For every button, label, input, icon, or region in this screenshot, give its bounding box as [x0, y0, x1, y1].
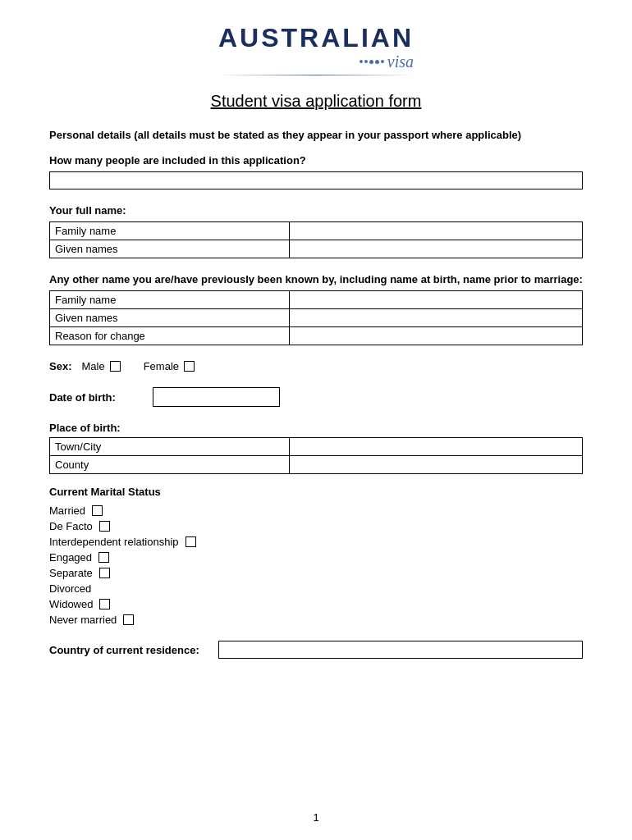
country-row: Country of current residence: [49, 641, 583, 659]
de-facto-label: De Facto [49, 520, 93, 532]
other-given-names-input-cell[interactable] [290, 309, 583, 327]
country-input[interactable] [218, 641, 583, 659]
reason-change-input-cell[interactable] [290, 327, 583, 345]
marital-divorced: Divorced [49, 582, 583, 595]
given-names-input[interactable] [295, 243, 577, 255]
country-label: Country of current residence: [49, 644, 205, 656]
marital-interdependent: Interdependent relationship [49, 536, 583, 548]
marital-status-label: Current Marital Status [49, 486, 583, 498]
logo-container: AUSTRALIAN visa [49, 25, 583, 75]
page-number: 1 [0, 811, 632, 824]
marital-married: Married [49, 504, 583, 517]
logo-visa-text: visa [387, 52, 414, 71]
other-family-name-input[interactable] [295, 294, 577, 306]
marital-de-facto: De Facto [49, 520, 583, 532]
sex-label: Sex: [49, 360, 71, 372]
other-name-label: Any other name you are/have previously b… [49, 273, 583, 285]
other-family-name-input-cell[interactable] [290, 291, 583, 309]
married-label: Married [49, 504, 85, 517]
town-city-input[interactable] [295, 441, 577, 453]
marital-widowed: Widowed [49, 598, 583, 610]
place-of-birth-table: Town/City County [49, 437, 583, 474]
logo-dot-1 [360, 60, 363, 63]
reason-change-input[interactable] [295, 330, 577, 342]
given-names-input-cell[interactable] [290, 240, 583, 258]
county-label: County [50, 456, 290, 474]
family-name-label: Family name [50, 222, 290, 240]
table-row: Given names [50, 240, 583, 258]
full-name-label: Your full name: [49, 204, 583, 217]
engaged-label: Engaged [49, 551, 92, 564]
other-family-name-label: Family name [50, 291, 290, 309]
reason-change-label: Reason for change [50, 327, 290, 345]
female-checkbox[interactable] [184, 361, 195, 372]
given-names-label: Given names [50, 240, 290, 258]
table-row: County [50, 456, 583, 474]
table-row: Given names [50, 309, 583, 327]
logo-dot-5 [381, 60, 384, 63]
never-married-checkbox[interactable] [123, 614, 134, 625]
engaged-checkbox[interactable] [98, 552, 109, 563]
county-input-cell[interactable] [290, 456, 583, 474]
table-row: Reason for change [50, 327, 583, 345]
form-title: Student visa application form [49, 92, 583, 111]
how-many-input[interactable] [49, 171, 583, 189]
table-row: Family name [50, 222, 583, 240]
female-option[interactable]: Female [144, 360, 195, 372]
other-given-names-label: Given names [50, 309, 290, 327]
town-city-label: Town/City [50, 438, 290, 456]
separate-checkbox[interactable] [99, 568, 110, 578]
full-name-table: Family name Given names [49, 221, 583, 258]
male-checkbox[interactable] [110, 361, 121, 372]
male-option[interactable]: Male [81, 360, 120, 372]
marital-never-married: Never married [49, 614, 583, 626]
county-input[interactable] [295, 459, 577, 471]
table-row: Town/City [50, 438, 583, 456]
town-city-input-cell[interactable] [290, 438, 583, 456]
logo-underline [218, 75, 414, 75]
interdependent-label: Interdependent relationship [49, 536, 179, 548]
divorced-label: Divorced [49, 582, 91, 595]
marital-separate: Separate [49, 567, 583, 579]
logo-dot-2 [364, 60, 368, 63]
de-facto-checkbox[interactable] [99, 521, 110, 532]
separate-label: Separate [49, 567, 93, 579]
sex-row: Sex: Male Female [49, 360, 583, 372]
female-label: Female [144, 360, 179, 372]
dob-input[interactable] [153, 387, 280, 407]
logo-dots [360, 60, 384, 64]
widowed-label: Widowed [49, 598, 93, 610]
logo-australian-text: AUSTRALIAN [218, 25, 414, 51]
page-container: AUSTRALIAN visa Student visa application… [0, 0, 632, 840]
interdependent-checkbox[interactable] [185, 536, 196, 547]
married-checkbox[interactable] [92, 505, 103, 516]
family-name-input[interactable] [295, 225, 577, 237]
logo-box: AUSTRALIAN visa [218, 25, 414, 75]
marital-engaged: Engaged [49, 551, 583, 564]
dob-label: Date of birth: [49, 391, 140, 404]
logo-visa-row: visa [218, 52, 414, 71]
table-row: Family name [50, 291, 583, 309]
dob-row: Date of birth: [49, 387, 583, 407]
other-given-names-input[interactable] [295, 312, 577, 324]
other-name-table: Family name Given names Reason for chang… [49, 290, 583, 345]
male-label: Male [81, 360, 104, 372]
place-of-birth-label: Place of birth: [49, 422, 583, 434]
personal-details-label: Personal details (all details must be st… [49, 129, 583, 141]
how-many-question: How many people are included in this app… [49, 154, 583, 167]
widowed-checkbox[interactable] [99, 599, 110, 609]
marital-section: Current Marital Status Married De Facto … [49, 486, 583, 626]
family-name-input-cell[interactable] [290, 222, 583, 240]
logo-dot-3 [369, 60, 373, 64]
logo-dot-4 [375, 60, 379, 64]
never-married-label: Never married [49, 614, 117, 626]
